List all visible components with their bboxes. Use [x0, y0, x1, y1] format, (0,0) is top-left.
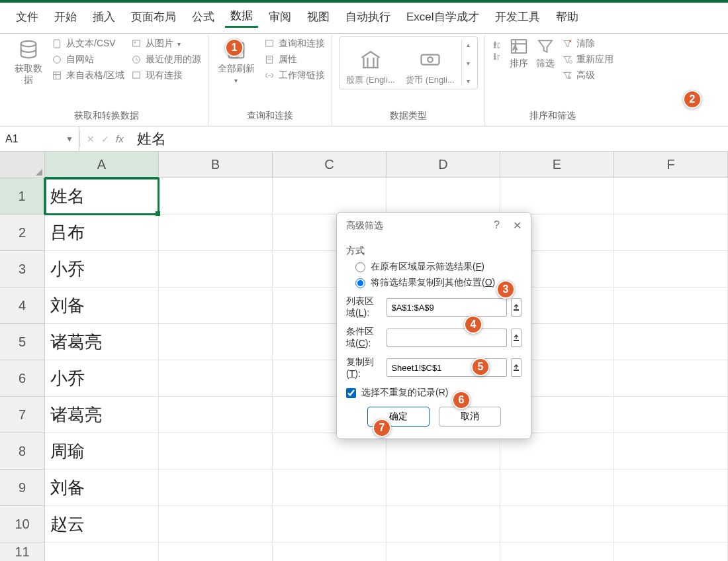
cell[interactable]: [159, 215, 273, 251]
cell[interactable]: [614, 324, 728, 360]
row-header[interactable]: 11: [0, 542, 45, 561]
cell[interactable]: [273, 178, 387, 215]
gallery-scroll[interactable]: ▴▾▾: [461, 40, 475, 86]
cell[interactable]: 姓名: [45, 178, 159, 215]
col-header-e[interactable]: E: [500, 152, 614, 178]
cell[interactable]: 小乔: [45, 251, 159, 287]
menu-pagelayout[interactable]: 页面布局: [126, 7, 181, 27]
col-header-a[interactable]: A: [45, 152, 159, 178]
menu-file[interactable]: 文件: [11, 7, 44, 27]
criteria-range-input[interactable]: [387, 329, 507, 347]
cell[interactable]: [614, 433, 728, 470]
enter-formula-icon[interactable]: ✓: [101, 134, 109, 144]
fx-icon[interactable]: fx: [116, 133, 124, 144]
cell[interactable]: [159, 360, 273, 397]
cell[interactable]: [273, 506, 387, 542]
cell[interactable]: [387, 178, 500, 215]
reapply-filter-button[interactable]: 重新应用: [562, 54, 614, 66]
cell[interactable]: [500, 470, 614, 506]
menu-view[interactable]: 视图: [302, 7, 335, 27]
select-all-corner[interactable]: [0, 152, 45, 178]
sort-asc-button[interactable]: AZ: [492, 40, 502, 51]
cell[interactable]: [614, 397, 728, 433]
cell[interactable]: [159, 178, 273, 215]
cell[interactable]: 赵云: [45, 506, 159, 542]
cancel-button[interactable]: 取消: [439, 407, 501, 427]
advanced-filter-button[interactable]: 高级: [562, 70, 614, 81]
from-web-button[interactable]: 自网站: [52, 54, 124, 66]
cell[interactable]: [159, 287, 273, 324]
col-header-c[interactable]: C: [273, 152, 387, 178]
row-header[interactable]: 9: [0, 470, 45, 506]
cell[interactable]: [614, 215, 728, 251]
cell[interactable]: [614, 470, 728, 506]
col-header-b[interactable]: B: [159, 152, 273, 178]
filter-button[interactable]: 筛选: [535, 36, 555, 70]
row-header[interactable]: 5: [0, 324, 45, 360]
menu-data[interactable]: 数据: [225, 5, 258, 28]
recent-sources-button[interactable]: 最近使用的源: [131, 54, 201, 66]
row-header[interactable]: 8: [0, 433, 45, 470]
cell[interactable]: [159, 433, 273, 470]
from-table-button[interactable]: 来自表格/区域: [52, 70, 124, 81]
data-types-gallery[interactable]: 股票 (Engli... 货币 (Engli... ▴▾▾: [339, 36, 478, 89]
chevron-down-icon[interactable]: ▼: [66, 134, 73, 144]
cell[interactable]: [159, 251, 273, 287]
cell[interactable]: [45, 542, 159, 561]
cell[interactable]: 诸葛亮: [45, 324, 159, 360]
row-header[interactable]: 3: [0, 251, 45, 287]
cancel-formula-icon[interactable]: ✕: [87, 134, 95, 144]
cell[interactable]: [387, 542, 500, 561]
menu-review[interactable]: 审阅: [263, 7, 296, 27]
cell[interactable]: [500, 178, 614, 215]
cell[interactable]: [614, 506, 728, 542]
list-range-picker[interactable]: [511, 298, 522, 317]
sort-desc-button[interactable]: ZA: [492, 52, 502, 63]
queries-conn-button[interactable]: 查询和连接: [264, 38, 325, 50]
criteria-range-picker[interactable]: [511, 329, 522, 347]
cell[interactable]: 吕布: [45, 215, 159, 251]
sort-dialog-button[interactable]: A 排序: [509, 36, 529, 70]
cell[interactable]: 刘备: [45, 287, 159, 324]
row-header[interactable]: 6: [0, 360, 45, 397]
cell[interactable]: [614, 360, 728, 397]
cell[interactable]: [387, 470, 500, 506]
list-range-input[interactable]: [387, 298, 507, 317]
radio-filter-in-place[interactable]: 在原有区域显示筛选结果(F): [355, 261, 522, 273]
row-header[interactable]: 1: [0, 178, 45, 215]
row-header[interactable]: 4: [0, 287, 45, 324]
close-icon[interactable]: ✕: [513, 219, 522, 232]
formula-input[interactable]: 姓名: [130, 129, 728, 149]
cell[interactable]: [387, 506, 500, 542]
cell[interactable]: [614, 251, 728, 287]
copy-to-picker[interactable]: [511, 358, 522, 377]
cell[interactable]: [273, 470, 387, 506]
cell[interactable]: [614, 287, 728, 324]
cell[interactable]: [273, 542, 387, 561]
unique-records-checkbox[interactable]: 选择不重复的记录(R): [346, 387, 522, 399]
row-header[interactable]: 2: [0, 215, 45, 251]
properties-button[interactable]: 属性: [264, 54, 325, 66]
menu-help[interactable]: 帮助: [551, 7, 584, 27]
cell[interactable]: [159, 324, 273, 360]
menu-insert[interactable]: 插入: [87, 7, 120, 27]
get-data-button[interactable]: 获取数 据: [12, 36, 45, 88]
menu-custom1[interactable]: Excel自学成才: [401, 7, 484, 27]
cell[interactable]: [500, 506, 614, 542]
cell[interactable]: [614, 178, 728, 215]
menu-home[interactable]: 开始: [49, 7, 82, 27]
currency-type[interactable]: 货币 (Engli...: [402, 48, 459, 86]
stocks-type[interactable]: 股票 (Engli...: [342, 48, 399, 86]
cell[interactable]: 小乔: [45, 360, 159, 397]
cell[interactable]: 诸葛亮: [45, 397, 159, 433]
existing-conn-button[interactable]: 现有连接: [131, 70, 201, 81]
cell[interactable]: 刘备: [45, 470, 159, 506]
cell[interactable]: [159, 506, 273, 542]
from-text-csv-button[interactable]: 从文本/CSV: [52, 38, 124, 50]
help-icon[interactable]: ?: [494, 219, 500, 232]
cell[interactable]: [500, 542, 614, 561]
cell[interactable]: [159, 397, 273, 433]
workbook-links-button[interactable]: 工作簿链接: [264, 70, 325, 81]
cell[interactable]: [159, 470, 273, 506]
menu-automate[interactable]: 自动执行: [340, 7, 396, 27]
